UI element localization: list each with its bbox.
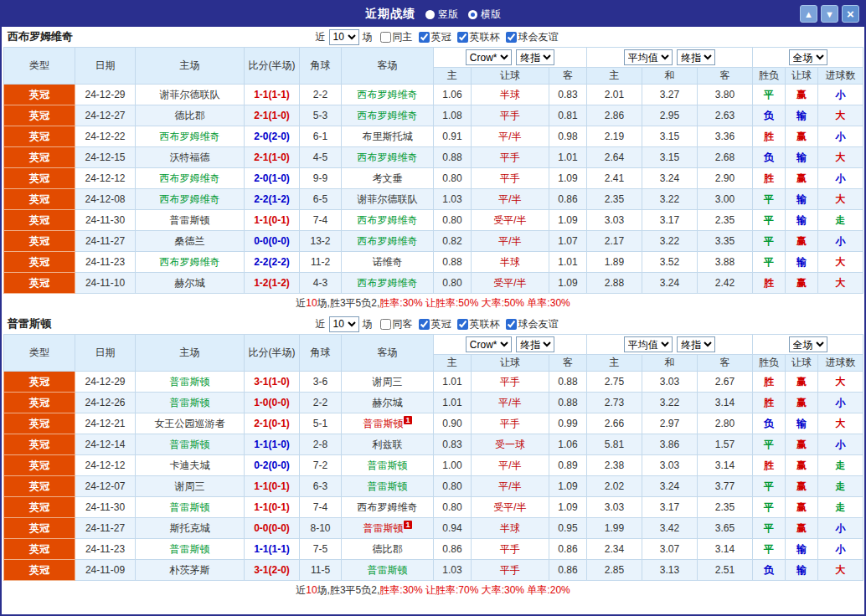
team-name-link[interactable]: 考文垂 — [373, 172, 403, 184]
same-venue-checkbox[interactable] — [380, 319, 391, 330]
filter-same-venue[interactable]: 同客 — [380, 317, 413, 331]
score-cell: 1-0(0-0) — [245, 393, 300, 413]
team-name-link[interactable]: 西布罗姆维奇 — [358, 501, 418, 513]
period-select[interactable]: 全场 — [789, 49, 827, 65]
sub-header-home-odds: 主 — [434, 68, 472, 85]
period-select[interactable]: 全场 — [789, 336, 827, 352]
filter-friendly[interactable]: 球会友谊 — [506, 317, 559, 331]
team-name-link[interactable]: 赫尔城 — [175, 277, 205, 289]
away-team-cell: 普雷斯顿1 — [342, 518, 434, 539]
result-cell: 胜 — [753, 372, 786, 393]
match-date-cell: 24-11-23 — [75, 539, 136, 560]
team-name-link[interactable]: 西布罗姆维奇 — [358, 277, 418, 289]
handicap-line-cell: 平/半 — [472, 126, 549, 147]
team-name-link[interactable]: 谢菲尔德联队 — [160, 89, 220, 100]
filter-league-cup[interactable]: 英联杯 — [457, 30, 500, 44]
team-name-link[interactable]: 西布罗姆维奇 — [160, 193, 220, 205]
team-name-link[interactable]: 普雷斯顿 — [368, 459, 408, 471]
match-count-select[interactable]: 10 — [329, 29, 359, 45]
team-name-link[interactable]: 利兹联 — [373, 439, 403, 450]
handicap-result-cell: 输 — [786, 539, 818, 560]
team-name-link[interactable]: 德比郡 — [373, 543, 403, 555]
avg-draw-odds-cell: 2.95 — [642, 105, 698, 126]
team-name-link[interactable]: 普雷斯顿 — [170, 214, 210, 226]
team-name-link[interactable]: 谢菲尔德联队 — [358, 193, 418, 205]
handicap-line-cell: 受一球 — [472, 434, 549, 455]
goals-result-cell: 小 — [818, 168, 863, 189]
team-name-link[interactable]: 斯托克城 — [170, 522, 210, 534]
same-venue-checkbox[interactable] — [380, 32, 391, 43]
sub-header-avg-draw: 和 — [642, 355, 698, 372]
team-name-link[interactable]: 卡迪夫城 — [170, 459, 210, 471]
filter-league[interactable]: 英冠 — [419, 30, 451, 44]
team-name-link[interactable]: 德比郡 — [175, 110, 205, 121]
match-date-cell: 24-12-07 — [75, 476, 136, 497]
handicap-result-cell: 赢 — [786, 497, 818, 518]
match-row: 英冠24-12-26普雷斯顿1-0(0-0)2-2赫尔城1.01平/半0.882… — [4, 393, 863, 413]
team-name-link[interactable]: 西布罗姆维奇 — [358, 110, 418, 121]
team-name-link[interactable]: 西布罗姆维奇 — [160, 256, 220, 268]
filter-league-cup[interactable]: 英联杯 — [457, 317, 500, 331]
team-name-link[interactable]: 西布罗姆维奇 — [160, 131, 220, 142]
team-name-link[interactable]: 布里斯托城 — [363, 131, 413, 142]
filter-same-venue[interactable]: 同主 — [380, 30, 413, 44]
filter-league[interactable]: 英冠 — [419, 317, 451, 331]
odds-time-select[interactable]: 终指 — [516, 336, 554, 352]
team-name-link[interactable]: 沃特福德 — [170, 151, 210, 163]
sub-header-avg-away: 客 — [698, 355, 753, 372]
team-name-link[interactable]: 普雷斯顿1 — [363, 418, 411, 429]
team-name-link[interactable]: 普雷斯顿 — [170, 501, 210, 513]
filter-friendly[interactable]: 球会友谊 — [506, 30, 559, 44]
league-cup-checkbox[interactable] — [457, 32, 468, 43]
close-button[interactable]: × — [842, 5, 859, 23]
friendly-checkbox[interactable] — [506, 32, 517, 43]
team-name-link[interactable]: 朴茨茅斯 — [170, 564, 210, 576]
team-name-link[interactable]: 西布罗姆维奇 — [358, 214, 418, 226]
team-name-link[interactable]: 谢周三 — [175, 480, 205, 492]
team-name-link[interactable]: 普雷斯顿1 — [363, 522, 411, 534]
odds-source-select[interactable]: Crow* — [466, 49, 512, 65]
odds-time-select[interactable]: 终指 — [516, 49, 554, 65]
league-cup-checkbox[interactable] — [457, 319, 468, 330]
team-name-link[interactable]: 普雷斯顿 — [170, 376, 210, 388]
view-option-horizontal[interactable]: 横版 — [468, 8, 501, 22]
average-source-select[interactable]: 平均值 — [624, 49, 673, 65]
handicap-home-odds-cell: 1.06 — [434, 85, 472, 105]
sub-header-result: 胜负 — [753, 355, 786, 372]
average-time-select[interactable]: 终指 — [677, 49, 715, 65]
team-name-link[interactable]: 西布罗姆维奇 — [358, 235, 418, 247]
odds-source-select[interactable]: Crow* — [466, 336, 512, 352]
average-time-select[interactable]: 终指 — [677, 336, 715, 352]
radio-selected-icon[interactable] — [468, 10, 477, 19]
league-checkbox[interactable] — [419, 32, 430, 43]
handicap-home-odds-cell: 0.86 — [434, 539, 472, 560]
team-name-link[interactable]: 诺维奇 — [373, 256, 403, 268]
team-name-link[interactable]: 桑德兰 — [175, 235, 205, 247]
avg-draw-odds-cell: 3.22 — [642, 393, 698, 413]
team-name-link[interactable]: 女王公园巡游者 — [155, 418, 225, 429]
sub-header-home-odds: 主 — [434, 355, 472, 372]
scroll-down-button[interactable]: ▼ — [821, 5, 838, 23]
team-name-link[interactable]: 谢周三 — [373, 376, 403, 388]
scroll-up-button[interactable]: ▲ — [800, 5, 817, 23]
team-name-link[interactable]: 普雷斯顿 — [170, 543, 210, 555]
team-name-link[interactable]: 普雷斯顿 — [170, 397, 210, 408]
team-name-link[interactable]: 西布罗姆维奇 — [160, 172, 220, 184]
avg-draw-odds-cell: 3.07 — [642, 539, 698, 560]
handicap-home-odds-cell: 0.88 — [434, 147, 472, 168]
team-name-link[interactable]: 赫尔城 — [373, 397, 403, 408]
league-checkbox[interactable] — [419, 319, 430, 330]
team-name-link[interactable]: 普雷斯顿 — [170, 439, 210, 450]
team-name-link[interactable]: 普雷斯顿 — [368, 564, 408, 576]
team-name-link[interactable]: 普雷斯顿 — [368, 480, 408, 492]
handicap-away-odds-cell: 0.86 — [549, 189, 587, 210]
radio-unselected-icon[interactable] — [425, 10, 435, 19]
view-option-vertical[interactable]: 竖版 — [425, 8, 458, 22]
avg-draw-odds-cell: 3.17 — [642, 210, 698, 231]
match-count-select[interactable]: 10 — [329, 316, 359, 332]
team-name-link[interactable]: 西布罗姆维奇 — [358, 89, 418, 100]
team-name-link[interactable]: 西布罗姆维奇 — [358, 151, 418, 163]
handicap-away-odds-cell: 0.88 — [549, 393, 587, 413]
average-source-select[interactable]: 平均值 — [624, 336, 673, 352]
friendly-checkbox[interactable] — [506, 319, 517, 330]
